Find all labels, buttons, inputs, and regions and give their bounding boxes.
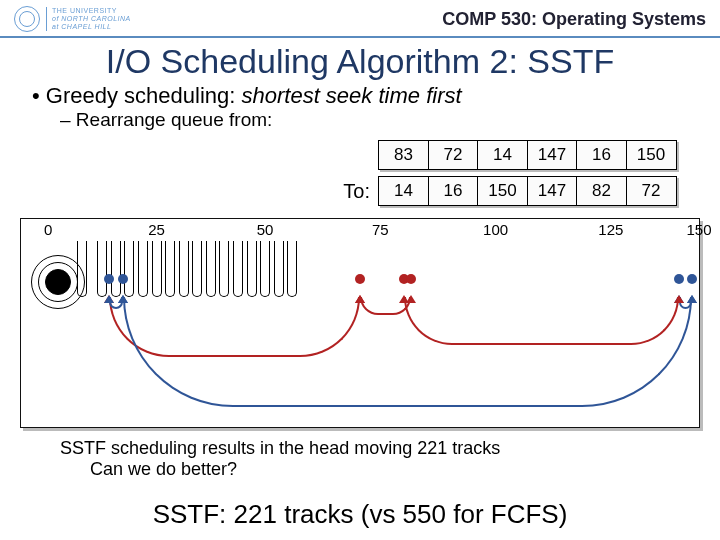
track-tick <box>219 241 229 297</box>
queue-from-cells: 83721414716150 <box>378 140 675 170</box>
track-tick <box>152 241 162 297</box>
slide-title: I/O Scheduling Algorithm 2: SSTF <box>0 38 720 81</box>
queue-cell: 82 <box>576 176 627 206</box>
a-147-82 <box>404 297 679 345</box>
bullet-1-em: shortest seek time first <box>242 83 462 108</box>
arrowhead-icon <box>399 295 409 303</box>
track-tick <box>124 241 134 297</box>
axis-labels: 0255075100125150 <box>21 221 699 239</box>
caption-l1: SSTF scheduling results in the head movi… <box>60 438 500 459</box>
axis-tick-label: 50 <box>257 221 274 238</box>
disk-diagram: 0255075100125150 <box>20 218 700 428</box>
footer-summary: SSTF: 221 tracks (vs 550 for FCFS) <box>0 499 720 530</box>
r14-dot <box>104 274 114 284</box>
track-tick <box>274 241 284 297</box>
arrowhead-icon <box>104 295 114 303</box>
track-tick <box>179 241 189 297</box>
arrowhead-icon <box>118 295 128 303</box>
queue-cell: 150 <box>477 176 528 206</box>
track-tick <box>247 241 257 297</box>
axis-tick-label: 125 <box>598 221 623 238</box>
queue-to-cells: 14161501478272 <box>378 176 675 206</box>
caption: SSTF scheduling results in the head movi… <box>60 438 500 479</box>
track-tick <box>233 241 243 297</box>
unc-seal-icon <box>14 6 40 32</box>
queue-cell: 14 <box>378 176 429 206</box>
r72-dot <box>355 274 365 284</box>
arrowhead-icon <box>687 295 697 303</box>
queue-cell: 72 <box>626 176 677 206</box>
track-tick <box>287 241 297 297</box>
track-tick <box>97 241 107 297</box>
r83-dot <box>406 274 416 284</box>
axis-tick-label: 25 <box>148 221 165 238</box>
axis-tick-label: 100 <box>483 221 508 238</box>
track-tick <box>77 241 87 297</box>
r147-dot <box>674 274 684 284</box>
queue-from-row: 83721414716150 <box>310 140 675 170</box>
track-tick <box>165 241 175 297</box>
track-tick <box>192 241 202 297</box>
axis-tick-label: 150 <box>686 221 711 238</box>
header: THE UNIVERSITY of NORTH CAROLINA at CHAP… <box>0 0 720 38</box>
bullet-1: Greedy scheduling: shortest seek time fi… <box>32 83 700 109</box>
bullet-block: Greedy scheduling: shortest seek time fi… <box>0 81 720 133</box>
arrowhead-icon <box>674 295 684 303</box>
queue-to-label: To: <box>310 180 370 203</box>
logo-block: THE UNIVERSITY of NORTH CAROLINA at CHAP… <box>14 6 131 32</box>
queue-cell: 14 <box>477 140 528 170</box>
queue-cell: 147 <box>527 176 578 206</box>
queue-to-row: To: 14161501478272 <box>310 176 675 206</box>
bullet-1-text: Greedy scheduling: <box>46 83 242 108</box>
course-label: COMP 530: Operating Systems <box>442 9 706 30</box>
axis-tick-label: 75 <box>372 221 389 238</box>
queue-cell: 16 <box>576 140 627 170</box>
uni-name: THE UNIVERSITY of NORTH CAROLINA at CHAP… <box>46 7 131 30</box>
queue-rows: 83721414716150 To: 14161501478272 <box>310 140 675 212</box>
r16-dot <box>118 274 128 284</box>
bullet-2: Rearrange queue from: <box>32 109 700 131</box>
axis-tick-label: 0 <box>44 221 52 238</box>
queue-cell: 16 <box>428 176 479 206</box>
track-tick <box>138 241 148 297</box>
queue-cell: 72 <box>428 140 479 170</box>
r150-dot <box>687 274 697 284</box>
queue-cell: 150 <box>626 140 677 170</box>
queue-cell: 147 <box>527 140 578 170</box>
track-tick <box>206 241 216 297</box>
track-tick <box>111 241 121 297</box>
track-tick <box>260 241 270 297</box>
track-ticks <box>21 241 699 301</box>
queue-cell: 83 <box>378 140 429 170</box>
seek-arcs <box>21 297 699 417</box>
caption-l2: Can we do better? <box>60 459 500 480</box>
